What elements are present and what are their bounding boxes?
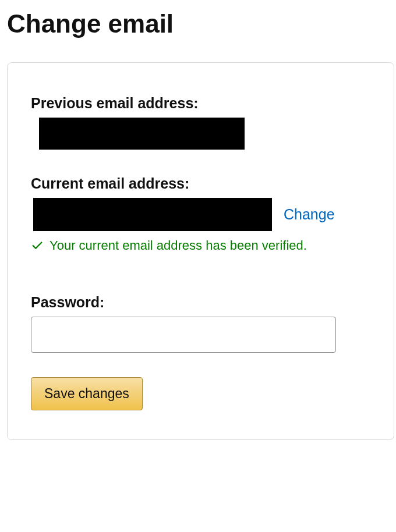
password-input[interactable] <box>31 317 336 353</box>
current-email-label: Current email address: <box>31 175 370 192</box>
current-email-value <box>33 198 272 231</box>
verified-row: Your current email address has been veri… <box>31 238 370 253</box>
current-email-row: Change <box>31 198 370 231</box>
page-title: Change email <box>0 0 396 45</box>
password-label: Password: <box>31 294 370 311</box>
previous-email-value <box>39 118 245 150</box>
change-email-card: Previous email address: Current email ad… <box>7 62 394 440</box>
verified-message: Your current email address has been veri… <box>50 238 307 253</box>
checkmark-icon <box>31 239 44 252</box>
change-email-link[interactable]: Change <box>284 206 335 223</box>
previous-email-label: Previous email address: <box>31 95 370 112</box>
save-changes-button[interactable]: Save changes <box>31 377 143 410</box>
